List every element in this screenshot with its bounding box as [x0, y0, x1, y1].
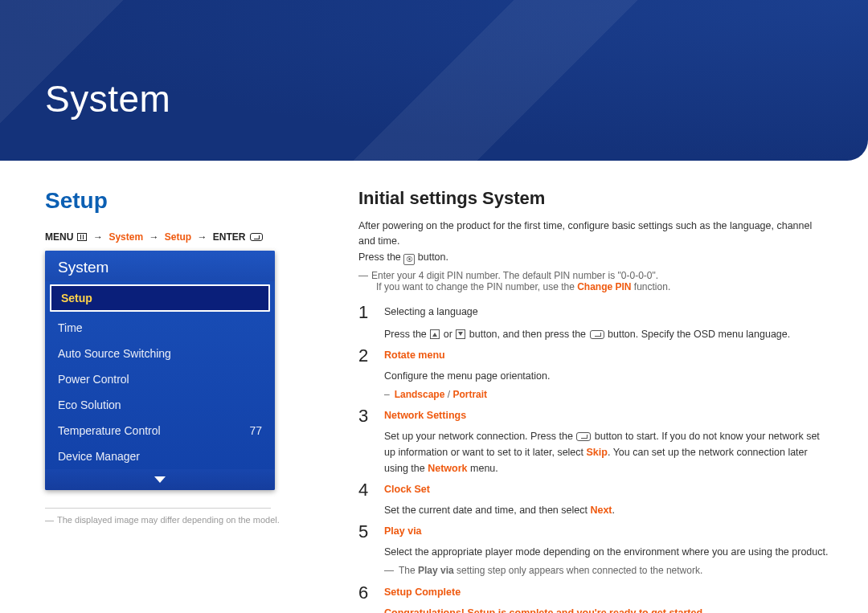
right-column: Initial settings System After powering o… [358, 188, 831, 613]
breadcrumb: MENU → System → Setup → ENTER [45, 231, 286, 243]
step-3: 3 Network Settings Set up your network c… [358, 407, 831, 476]
system-menu-panel: System Setup Time Auto Source Switching … [45, 251, 275, 490]
steps-list: 1 Selecting a language Press the or butt… [358, 304, 831, 613]
breadcrumb-enter: ENTER [213, 231, 246, 243]
step-number: 6 [358, 584, 371, 614]
menu-item-label: Setup [61, 292, 92, 304]
menu-grid-icon [77, 233, 87, 241]
left-column: Setup MENU → System → Setup → ENTER Syst… [45, 188, 286, 525]
step-lead: Network Settings [384, 407, 831, 423]
menu-item-setup[interactable]: Setup [50, 284, 270, 312]
step-5: 5 Play via Select the appropriate player… [358, 523, 831, 578]
footnote: ―The displayed image may differ dependin… [45, 515, 286, 525]
step-number: 1 [358, 304, 371, 342]
step-4: 4 Clock Set Set the current date and tim… [358, 481, 831, 518]
step-lead: Play via [384, 523, 831, 539]
menu-item-label: Power Control [58, 373, 129, 386]
menu-item-label: Eco Solution [58, 398, 121, 411]
divider [45, 508, 271, 509]
step-number: 3 [358, 407, 371, 476]
pin-note: ―Enter your 4 digit PIN number. The defa… [368, 270, 831, 292]
menu-item-temperature-control[interactable]: Temperature Control 77 [45, 418, 275, 443]
step-1: 1 Selecting a language Press the or butt… [358, 304, 831, 342]
menu-item-label: Time [58, 321, 83, 334]
arrow-icon: → [145, 231, 162, 243]
menu-item-auto-source[interactable]: Auto Source Switching [45, 341, 275, 366]
enter-icon [250, 233, 263, 241]
menu-item-label: Device Manager [58, 450, 140, 463]
arrow-icon: → [90, 231, 106, 243]
enter-icon [576, 432, 591, 441]
breadcrumb-system: System [108, 231, 143, 243]
menu-item-label: Auto Source Switching [58, 347, 171, 360]
step-2: 2 Rotate menu Configure the menu page or… [358, 347, 831, 403]
menu-item-eco-solution[interactable]: Eco Solution [45, 392, 275, 418]
enter-icon [590, 330, 604, 339]
triangle-down-icon [456, 329, 465, 339]
chevron-down-icon [154, 476, 166, 483]
menu-item-device-manager[interactable]: Device Manager [45, 443, 275, 469]
menu-item-label: Temperature Control [58, 424, 161, 437]
triangle-up-icon [430, 329, 440, 339]
menu-item-time[interactable]: Time [45, 315, 275, 341]
step-lead: Selecting a language [384, 304, 831, 320]
menu-scroll-down[interactable] [45, 469, 275, 490]
circle-button-icon: ⦿ [403, 254, 415, 265]
step-6: 6 Setup Complete Congratulations! Setup … [358, 584, 831, 614]
banner: System [0, 0, 868, 161]
intro-text: After powering on the product for the fi… [358, 219, 831, 265]
menu-item-value: 77 [249, 424, 262, 437]
setup-heading: Setup [45, 188, 286, 214]
breadcrumb-menu: MENU [45, 231, 73, 243]
banner-title: System [45, 77, 170, 121]
step-lead: Setup Complete [384, 584, 831, 600]
step-lead: Clock Set [384, 481, 831, 497]
section-title: Initial settings System [358, 188, 831, 209]
step-lead: Rotate menu [384, 347, 831, 363]
step-number: 4 [358, 481, 371, 518]
step-number: 5 [358, 523, 371, 578]
step-number: 2 [358, 347, 371, 403]
menu-title: System [45, 251, 275, 281]
arrow-icon: → [194, 231, 210, 243]
menu-item-power-control[interactable]: Power Control [45, 366, 275, 392]
breadcrumb-setup: Setup [165, 231, 191, 243]
setup-complete-text: Congratulations! Setup is complete and y… [384, 605, 831, 614]
